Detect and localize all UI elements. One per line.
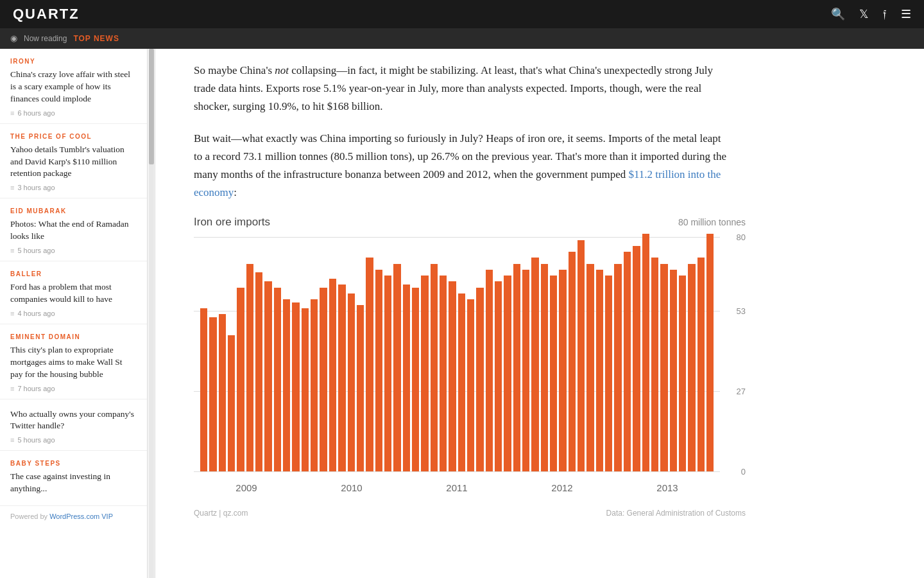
economy-link[interactable]: $11.2 trillion into the economy: [194, 168, 721, 198]
sidebar-category-baller: BALLER: [10, 270, 137, 277]
bar-30[interactable]: [476, 288, 483, 472]
x-label-2010: 2010: [341, 482, 362, 493]
lines-icon-irony: ≡: [10, 109, 14, 117]
lines-icon-cool: ≡: [10, 184, 14, 191]
sidebar-item-irony[interactable]: IRONY China's crazy love affair with ste…: [0, 49, 147, 124]
lines-icon-eid: ≡: [10, 247, 14, 254]
bar-51[interactable]: [670, 270, 677, 472]
sidebar-item-twitter[interactable]: Who actually owns your company's Twitter…: [0, 399, 147, 451]
lines-icon-twitter: ≡: [10, 436, 14, 444]
bar-42[interactable]: [586, 264, 594, 472]
search-icon[interactable]: 🔍: [831, 7, 845, 21]
menu-icon[interactable]: ☰: [901, 7, 911, 21]
bar-37[interactable]: [541, 264, 548, 472]
sidebar-item-cool[interactable]: THE PRICE OF COOL Yahoo details Tumblr's…: [0, 124, 147, 199]
x-label-2013: 2013: [656, 482, 678, 493]
bar-7[interactable]: [264, 281, 271, 471]
sidebar-item-domain[interactable]: EMINENT DOMAIN This city's plan to expro…: [0, 324, 147, 399]
bar-31[interactable]: [486, 270, 493, 472]
chart-footer: Quartz | qz.com Data: General Administra…: [194, 509, 746, 518]
sidebar-meta-baller: ≡ 4 hours ago: [10, 310, 137, 317]
bar-19[interactable]: [375, 270, 382, 472]
x-label-2009: 2009: [235, 482, 257, 493]
wordpress-vip-link[interactable]: WordPress.com VIP: [49, 512, 113, 520]
bar-22[interactable]: [403, 285, 410, 471]
bar-32[interactable]: [495, 281, 502, 471]
bar-1[interactable]: [209, 317, 216, 472]
bar-48[interactable]: [642, 234, 649, 471]
bar-16[interactable]: [348, 293, 355, 472]
bar-5[interactable]: [246, 264, 253, 472]
bar-35[interactable]: [522, 270, 529, 472]
bar-23[interactable]: [412, 288, 419, 472]
sidebar-meta-domain: ≡ 7 hours ago: [10, 385, 137, 392]
bar-47[interactable]: [633, 246, 640, 472]
chart-source-data: Data: General Administration of Customs: [606, 509, 746, 518]
bar-29[interactable]: [467, 299, 474, 471]
bar-38[interactable]: [550, 276, 557, 471]
bar-55[interactable]: [706, 234, 714, 471]
bar-9[interactable]: [283, 299, 290, 471]
y-label-53: 53: [723, 306, 746, 316]
bar-14[interactable]: [329, 279, 336, 472]
bar-27[interactable]: [449, 281, 456, 471]
bar-24[interactable]: [421, 276, 428, 471]
sidebar-title-cool: Yahoo details Tumblr's valuation and Dav…: [10, 144, 137, 180]
sidebar-item-baby[interactable]: BABY STEPS The case against investing in…: [0, 451, 147, 506]
bar-25[interactable]: [431, 264, 438, 472]
bar-40[interactable]: [569, 252, 576, 471]
bar-21[interactable]: [393, 264, 400, 472]
facebook-icon[interactable]: 𝔣: [883, 8, 887, 21]
bar-15[interactable]: [338, 285, 345, 471]
bar-41[interactable]: [578, 240, 585, 472]
bar-28[interactable]: [458, 293, 465, 472]
site-logo[interactable]: QUARTZ: [13, 6, 80, 22]
bar-36[interactable]: [531, 258, 538, 471]
bar-54[interactable]: [697, 258, 705, 471]
bar-39[interactable]: [559, 270, 566, 472]
bar-3[interactable]: [228, 335, 235, 472]
italic-not: not: [275, 64, 289, 76]
bar-4[interactable]: [237, 288, 244, 472]
bar-50[interactable]: [660, 264, 667, 472]
now-reading-label: Now reading: [24, 34, 67, 43]
bar-13[interactable]: [320, 288, 327, 472]
top-news-badge[interactable]: TOP NEWS: [73, 34, 119, 43]
sidebar-title-baller: Ford has a problem that most companies w…: [10, 281, 137, 306]
bar-18[interactable]: [366, 258, 373, 471]
bar-20[interactable]: [384, 276, 391, 471]
bars-container: [194, 234, 720, 471]
bar-26[interactable]: [440, 276, 447, 471]
sidebar-item-baller[interactable]: BALLER Ford has a problem that most comp…: [0, 261, 147, 324]
chart-unit: 80 million tonnes: [678, 217, 746, 227]
bar-12[interactable]: [311, 299, 318, 471]
bar-11[interactable]: [302, 308, 309, 471]
bar-17[interactable]: [357, 305, 364, 471]
sidebar-item-eid[interactable]: EID MUBARAK Photos: What the end of Rama…: [0, 198, 147, 261]
bar-8[interactable]: [274, 288, 281, 472]
header: QUARTZ 🔍 𝕏 𝔣 ☰: [0, 0, 924, 28]
bar-46[interactable]: [624, 252, 631, 471]
bar-53[interactable]: [688, 264, 695, 472]
bar-34[interactable]: [513, 264, 520, 472]
bar-10[interactable]: [292, 302, 299, 472]
sidebar-time-cool: 3 hours ago: [17, 184, 55, 191]
bar-52[interactable]: [679, 276, 686, 471]
x-label-2011: 2011: [446, 482, 467, 493]
scrollbar-thumb[interactable]: [149, 49, 154, 164]
sidebar-category-eid: EID MUBARAK: [10, 207, 137, 215]
twitter-icon[interactable]: 𝕏: [859, 7, 869, 21]
bar-49[interactable]: [651, 258, 658, 471]
bar-33[interactable]: [504, 276, 511, 471]
main-layout: IRONY China's crazy love affair with ste…: [0, 49, 924, 578]
bar-45[interactable]: [614, 264, 621, 472]
sidebar-time-baller: 4 hours ago: [17, 310, 55, 317]
bar-0[interactable]: [200, 308, 207, 471]
scrollbar-divider: [148, 49, 155, 578]
bar-2[interactable]: [219, 314, 226, 471]
bar-6[interactable]: [255, 272, 262, 471]
bar-43[interactable]: [596, 270, 603, 472]
bar-44[interactable]: [605, 276, 612, 471]
sidebar-title-domain: This city's plan to expropriate mortgage…: [10, 344, 137, 381]
article-content: So maybe China's not collapsing—in fact,…: [155, 49, 765, 578]
